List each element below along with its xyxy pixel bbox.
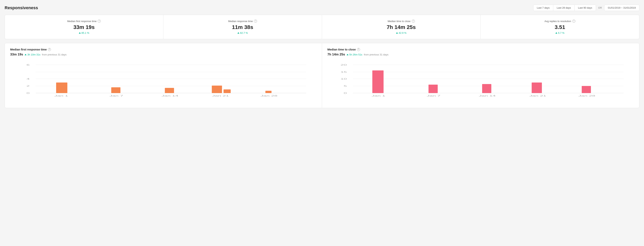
arrow-up-icon-2 bbox=[238, 32, 239, 34]
metric-change-time-to-close: 42.9 % bbox=[326, 31, 476, 34]
info-icon-response-time[interactable]: ? bbox=[254, 19, 257, 23]
svg-text:Jan 1: Jan 1 bbox=[54, 95, 68, 97]
metric-value-response-time: 11m 38s bbox=[167, 24, 318, 30]
svg-text:Jan 14: Jan 14 bbox=[162, 95, 178, 97]
svg-rect-33 bbox=[482, 84, 491, 93]
svg-text:0: 0 bbox=[344, 92, 347, 94]
metric-card-time-to-close: Median time to close ? 7h 14m 25s 42.9 % bbox=[322, 15, 480, 39]
info-icon-time-to-close[interactable]: ? bbox=[412, 19, 415, 23]
chart-summary-change-first-response: 3h 10m 31s bbox=[24, 53, 40, 56]
or-label: OR bbox=[598, 6, 602, 9]
metric-change-avg-replies: 6.7 % bbox=[484, 31, 635, 34]
svg-text:Jan 28: Jan 28 bbox=[578, 95, 595, 97]
svg-text:4: 4 bbox=[26, 78, 30, 80]
bar-chart-first-response: 6 4 2 0 Jan 1 Jan 7 Jan 14 Jan 21 bbox=[10, 61, 316, 103]
arrow-up-icon-4 bbox=[556, 32, 557, 34]
svg-text:Jan 14: Jan 14 bbox=[479, 95, 496, 97]
arrow-up-icon bbox=[79, 32, 81, 34]
last28-btn[interactable]: Last 28 days bbox=[553, 5, 574, 11]
svg-text:20: 20 bbox=[340, 64, 346, 66]
chart-panel-time-to-close: Median time to close ? 7h 14m 25s 5h 26m… bbox=[322, 43, 639, 108]
svg-text:10: 10 bbox=[340, 78, 346, 80]
bar-chart-svg-time-to-close: 20 15 10 5 0 Jan 1 Jan 7 Jan 14 Jan 2 bbox=[328, 61, 634, 103]
svg-rect-14 bbox=[224, 89, 231, 93]
metric-change-response-time: 82.7 % bbox=[167, 31, 318, 34]
svg-rect-32 bbox=[428, 85, 438, 93]
chart-summary-change-time-to-close: 5h 26m 51s bbox=[346, 53, 362, 56]
chart-panel-first-response: Median first response time ? 33m 19s 3h … bbox=[5, 43, 322, 108]
svg-text:Jan 7: Jan 7 bbox=[110, 95, 123, 97]
metric-value-time-to-close: 7h 14m 25s bbox=[326, 24, 476, 30]
svg-rect-13 bbox=[212, 86, 222, 93]
metric-card-avg-replies: Avg replies to resolution ? 3.51 6.7 % bbox=[480, 15, 639, 39]
chart-summary-time-to-close: 7h 14m 25s 5h 26m 51s from previous 31 d… bbox=[328, 53, 634, 56]
filter-btn-group: Last 7 days Last 28 days Last 90 days bbox=[533, 4, 596, 11]
chart-summary-prev-first-response: from previous 31 days bbox=[42, 53, 66, 56]
date-range-btn[interactable]: 01/01/2019 ~ 31/01/2019 bbox=[604, 4, 640, 11]
info-icon-avg-replies[interactable]: ? bbox=[572, 19, 575, 23]
svg-rect-10 bbox=[56, 83, 67, 93]
metric-value-avg-replies: 3.51 bbox=[484, 24, 635, 30]
arrow-up-chart-1 bbox=[24, 54, 26, 55]
svg-text:2: 2 bbox=[26, 85, 30, 87]
metric-change-first-response: 85.1 % bbox=[9, 31, 159, 34]
arrow-up-icon-3 bbox=[396, 32, 398, 34]
chart-summary-prev-time-to-close: from previous 31 days bbox=[364, 53, 388, 56]
svg-rect-12 bbox=[165, 88, 174, 93]
info-icon-first-response[interactable]: ? bbox=[98, 19, 101, 23]
chart-panel-title-time-to-close: Median time to close ? bbox=[328, 48, 634, 51]
svg-rect-31 bbox=[372, 70, 384, 93]
svg-text:Jan 7: Jan 7 bbox=[427, 95, 440, 97]
metric-card-first-response: Median first response time ? 33m 19s 85.… bbox=[5, 15, 164, 39]
arrow-up-chart-2 bbox=[346, 54, 348, 55]
bar-chart-svg-first-response: 6 4 2 0 Jan 1 Jan 7 Jan 14 Jan 21 bbox=[10, 61, 316, 103]
svg-text:6: 6 bbox=[26, 64, 30, 66]
last90-btn[interactable]: Last 90 days bbox=[574, 5, 596, 11]
svg-rect-11 bbox=[111, 87, 120, 93]
chart-panels: Median first response time ? 33m 19s 3h … bbox=[4, 43, 640, 108]
svg-text:Jan 28: Jan 28 bbox=[260, 95, 278, 97]
metric-label-first-response: Median first response time ? bbox=[9, 19, 159, 23]
chart-summary-value-first-response: 33m 19s bbox=[10, 53, 23, 56]
info-icon-chart-first-response[interactable]: ? bbox=[48, 48, 51, 51]
svg-text:Jan 1: Jan 1 bbox=[372, 95, 385, 97]
chart-panel-title-first-response: Median first response time ? bbox=[10, 48, 316, 51]
svg-text:5: 5 bbox=[344, 85, 347, 87]
svg-rect-34 bbox=[532, 83, 542, 93]
svg-text:Jan 21: Jan 21 bbox=[212, 95, 229, 97]
svg-rect-15 bbox=[266, 91, 272, 93]
svg-text:Jan 21: Jan 21 bbox=[530, 95, 546, 97]
metric-value-first-response: 33m 19s bbox=[9, 24, 159, 30]
info-icon-chart-time-to-close[interactable]: ? bbox=[357, 48, 360, 51]
bar-chart-time-to-close: 20 15 10 5 0 Jan 1 Jan 7 Jan 14 Jan 2 bbox=[328, 61, 634, 103]
last7-btn[interactable]: Last 7 days bbox=[534, 5, 554, 11]
metric-label-response-time: Median response time ? bbox=[167, 19, 318, 23]
metric-cards: Median first response time ? 33m 19s 85.… bbox=[4, 15, 640, 39]
chart-summary-value-time-to-close: 7h 14m 25s bbox=[328, 53, 345, 56]
page-title: Responsiveness bbox=[4, 5, 38, 10]
svg-text:15: 15 bbox=[340, 71, 346, 73]
metric-label-time-to-close: Median time to close ? bbox=[326, 19, 476, 23]
svg-text:0: 0 bbox=[26, 92, 30, 94]
metric-card-response-time: Median response time ? 11m 38s 82.7 % bbox=[164, 15, 322, 39]
date-filters: Last 7 days Last 28 days Last 90 days OR… bbox=[533, 4, 640, 11]
chart-summary-first-response: 33m 19s 3h 10m 31s from previous 31 days bbox=[10, 53, 316, 56]
metric-label-avg-replies: Avg replies to resolution ? bbox=[484, 19, 635, 23]
svg-rect-35 bbox=[582, 86, 591, 93]
